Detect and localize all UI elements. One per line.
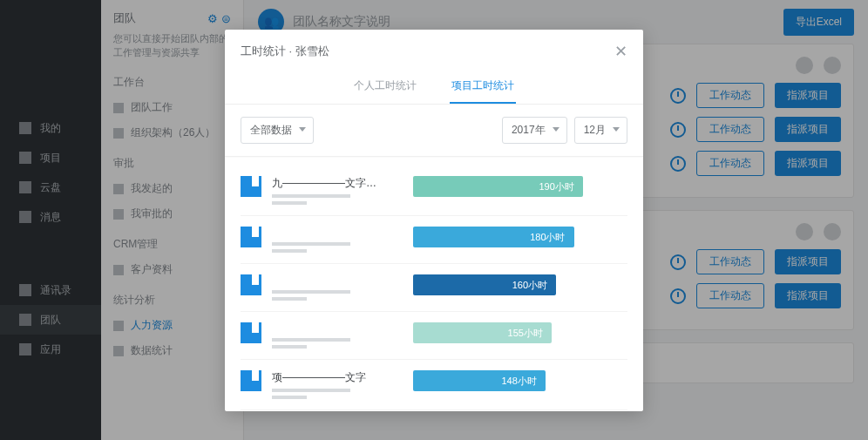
modal-title: 工时统计 · 张雪松	[241, 44, 329, 59]
project-icon	[241, 322, 261, 343]
hours-bar: 160小时	[413, 274, 627, 295]
project-row: 155小时	[241, 312, 627, 360]
hours-value: 155小时	[413, 322, 552, 343]
tab-0[interactable]: 个人工时统计	[352, 73, 418, 104]
project-row: 九——————文字… 190小时	[241, 166, 627, 216]
project-icon	[241, 274, 261, 295]
tab-1[interactable]: 项目工时统计	[450, 73, 516, 104]
project-row: 项——————文字 148小时	[241, 360, 627, 410]
project-meta	[272, 227, 403, 253]
project-row: 160小时	[241, 264, 627, 312]
project-name	[272, 274, 403, 287]
hours-value: 160小时	[413, 274, 556, 295]
project-name: 项——————文字	[272, 370, 403, 385]
hours-bar: 155小时	[413, 322, 627, 343]
project-name	[272, 322, 403, 335]
filter-year-select[interactable]: 2017年	[502, 117, 567, 144]
hours-stat-modal: 工时统计 · 张雪松 ✕ 个人工时统计项目工时统计 全部数据 2017年 12月…	[225, 30, 643, 411]
filter-month-select[interactable]: 12月	[574, 117, 627, 144]
project-meta: 九——————文字…	[272, 176, 403, 205]
project-meta	[272, 274, 403, 301]
hours-value: 190小时	[413, 176, 583, 197]
hours-value: 180小时	[413, 227, 574, 247]
project-meta	[272, 322, 403, 349]
filter-data-select[interactable]: 全部数据	[241, 117, 314, 144]
project-hours-list: 九——————文字… 190小时 180小时 160小时 1	[225, 157, 643, 411]
project-icon	[241, 227, 261, 247]
project-icon	[241, 370, 261, 391]
modal-tabs: 个人工时统计项目工时统计	[225, 73, 643, 105]
project-row: 九——————文字 130小时	[241, 410, 627, 411]
hours-bar: 180小时	[413, 227, 627, 247]
hours-bar: 190小时	[413, 176, 627, 197]
close-icon[interactable]: ✕	[614, 42, 627, 61]
hours-value: 148小时	[413, 370, 546, 391]
project-name	[272, 227, 403, 239]
project-icon	[241, 176, 261, 197]
hours-bar: 148小时	[413, 370, 627, 391]
project-name: 九——————文字…	[272, 176, 403, 191]
project-meta: 项——————文字	[272, 370, 403, 399]
project-row: 180小时	[241, 216, 627, 264]
